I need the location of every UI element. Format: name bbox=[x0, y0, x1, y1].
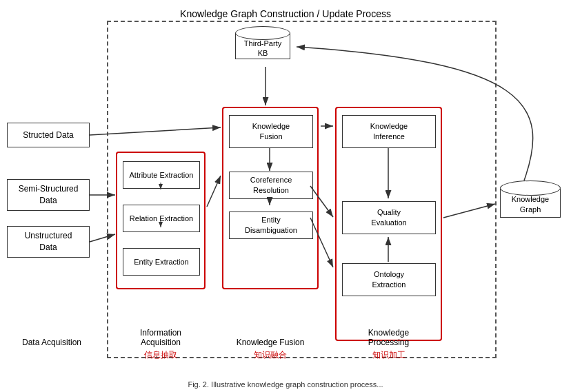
entity-disambiguation-box: EntityDisambiguation bbox=[229, 212, 313, 239]
knowledge-fusion-cn-label: 知识融合 bbox=[222, 349, 319, 361]
knowledge-processing-bottom-label: KnowledgeProcessing bbox=[335, 328, 442, 347]
knowledge-graph-label-line2: Graph bbox=[520, 205, 541, 214]
knowledge-processing-cn-label: 知识加工 bbox=[335, 349, 442, 361]
knowledge-graph-label-line1: Knowledge bbox=[512, 195, 549, 203]
knowledge-processing-red-box: KnowledgeInference QualityEvaluation Ont… bbox=[335, 107, 442, 341]
diagram-container: Knowledge Graph Construction / Update Pr… bbox=[0, 0, 571, 392]
coreference-resolution-box: CoreferenceResolution bbox=[229, 172, 313, 199]
data-acquisition-label: Data Acquisition bbox=[7, 338, 97, 347]
knowledge-graph: Knowledge Graph bbox=[500, 180, 561, 229]
ontology-extraction-box: OntologyExtraction bbox=[342, 263, 436, 296]
info-acquisition-label: InformationAcquisition bbox=[116, 328, 206, 347]
knowledge-fusion-red-box: KnowledgeFusion CoreferenceResolution En… bbox=[222, 107, 319, 289]
diagram-title: Knowledge Graph Construction / Update Pr… bbox=[180, 8, 391, 19]
semi-structured-data-box: Semi-StructuredData bbox=[7, 179, 90, 211]
knowledge-fusion-bottom-label: Knowledge Fusion bbox=[222, 338, 319, 347]
third-party-kb-label-line2: KB bbox=[258, 49, 268, 57]
third-party-kb: Third-Party KB bbox=[234, 26, 297, 69]
third-party-kb-label-line1: Third-Party bbox=[244, 39, 281, 48]
unstructured-data-box: UnstructuredData bbox=[7, 226, 90, 258]
structured-data-label: Structed Data bbox=[23, 130, 73, 140]
semi-structured-label: Semi-StructuredData bbox=[19, 183, 79, 207]
info-acquisition-cn-label: 信息抽取 bbox=[116, 349, 206, 361]
information-acquisition-box: Attribute Extraction Relation Extraction… bbox=[116, 152, 206, 289]
attribute-extraction-box: Attribute Extraction bbox=[123, 161, 200, 189]
structured-data-box: Structed Data bbox=[7, 123, 90, 147]
figure-caption: Fig. 2. Illustrative knowledge graph con… bbox=[188, 380, 383, 389]
relation-extraction-box: Relation Extraction bbox=[123, 205, 200, 232]
entity-extraction-box: Entity Extraction bbox=[123, 248, 200, 276]
knowledge-fusion-box: KnowledgeFusion bbox=[229, 115, 313, 148]
unstructured-label: UnstructuredData bbox=[25, 230, 72, 254]
quality-evaluation-box: QualityEvaluation bbox=[342, 201, 436, 234]
knowledge-inference-box: KnowledgeInference bbox=[342, 115, 436, 148]
